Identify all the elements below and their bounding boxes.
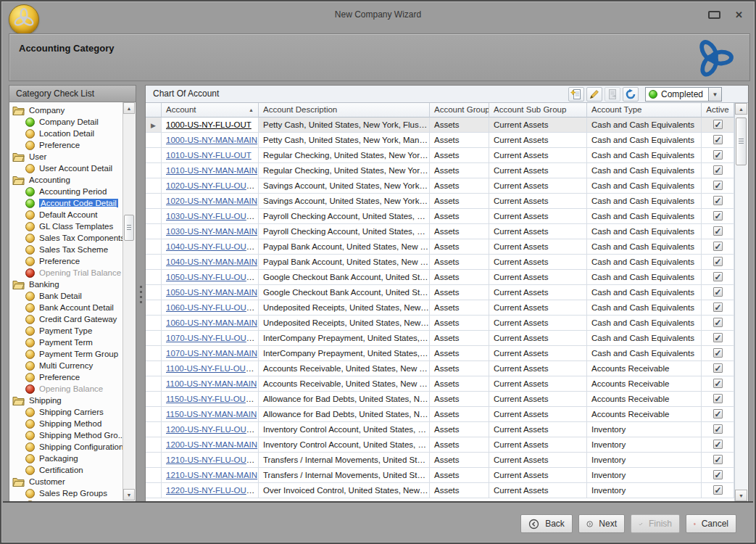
sidebar-item-user-account-detail[interactable]: User Account Detail [9,162,122,174]
active-checkbox[interactable] [713,287,723,297]
table-row[interactable]: 1050-US-NY-FLU-OUTLETGoogle Checkout Ban… [146,270,734,285]
column-header-account[interactable]: Account▲ [162,103,259,118]
sidebar-item-sales-tax-scheme[interactable]: Sales Tax Scheme [9,244,122,255]
table-row[interactable]: 1150-US-NY-FLU-OUTLETAllowance for Bad D… [146,392,734,407]
active-checkbox[interactable] [713,257,723,266]
active-checkbox[interactable] [713,318,723,327]
sidebar-item-sales-rep-groups[interactable]: Sales Rep Groups [9,487,122,499]
account-link[interactable]: 1200-US-NY-FLU-OUTLET [166,425,259,434]
active-checkbox[interactable] [713,242,723,251]
sidebar-item-preference[interactable]: Preference [9,371,122,383]
table-row[interactable]: 1000-US-NY-MAN-MAINPetty Cash, United St… [146,133,734,148]
table-row[interactable]: 1210-US-NY-MAN-MAINTransfers / Internal … [146,468,734,483]
tree-group-customer[interactable]: Customer [9,476,122,487]
sidebar-item-multi-currency[interactable]: Multi Currency [9,360,122,371]
active-checkbox[interactable] [713,165,723,175]
column-header-active[interactable]: Active [702,103,734,118]
active-checkbox[interactable] [713,302,723,312]
scrollbar-thumb[interactable] [736,118,747,165]
active-checkbox[interactable] [713,379,723,388]
account-link[interactable]: 1030-US-NY-FLU-OUTLET [166,212,259,221]
scroll-down-icon[interactable]: ▼ [123,489,135,500]
active-checkbox[interactable] [713,196,723,205]
table-row[interactable]: 1040-US-NY-MAN-MAINPaypal Bank Account, … [146,255,734,270]
sidebar-item-packaging[interactable]: Packaging [9,453,122,464]
cancel-button[interactable]: Cancel [686,514,736,533]
tree-group-user[interactable]: User [9,151,122,162]
minimize-icon[interactable] [708,11,720,19]
table-row[interactable]: 1060-US-NY-MAN-MAINUndeposited Receipts,… [146,316,734,331]
account-link[interactable]: 1020-US-NY-FLU-OUTLET [166,181,259,190]
table-row[interactable]: 1010-US-NY-FLU-OUTRegular Checking, Unit… [146,148,734,163]
sidebar-item-shipping-method[interactable]: Shipping Method [9,418,122,429]
table-row[interactable]: ▶1000-US-NY-FLU-OUTPetty Cash, United St… [146,118,734,133]
active-checkbox[interactable] [713,455,723,464]
account-link[interactable]: 1000-US-NY-FLU-OUT [166,120,252,129]
tree-group-accounting[interactable]: Accounting [9,174,122,186]
account-link[interactable]: 1010-US-NY-FLU-OUT [166,151,252,160]
account-link[interactable]: 1060-US-NY-FLU-OUTLET [166,303,259,312]
sidebar-item-company-detail[interactable]: Company Detail [9,116,122,128]
active-checkbox[interactable] [713,424,723,434]
table-row[interactable]: 1030-US-NY-MAN-MAINPayroll Checking Acco… [146,224,734,239]
active-checkbox[interactable] [713,181,723,190]
account-link[interactable]: 1020-US-NY-MAN-MAIN [166,197,257,205]
account-link[interactable]: 1050-US-NY-MAN-MAIN [166,288,257,297]
column-header-type[interactable]: Account Type [587,103,702,118]
tree-group-shipping[interactable]: Shipping [9,395,122,406]
active-checkbox[interactable] [713,409,723,419]
tree-group-company[interactable]: Company [9,104,122,116]
sidebar-item-bank-detail[interactable]: Bank Detail [9,290,122,302]
sidebar-scrollbar[interactable]: ▲ ▼ [122,102,135,500]
edit-icon[interactable] [586,87,602,102]
sidebar-item-credit-card-gateway[interactable]: Credit Card Gateway [9,313,122,325]
new-record-icon[interactable] [568,87,584,102]
sidebar-item-gl-class-templates[interactable]: GL Class Templates [9,221,122,232]
account-link[interactable]: 1010-US-NY-MAN-MAIN [166,166,257,175]
sidebar-item-payment-type[interactable]: Payment Type [9,325,122,337]
account-link[interactable]: 1100-US-NY-MAN-MAIN [166,379,257,388]
table-row[interactable]: 1020-US-NY-FLU-OUTLETSavings Account, Un… [146,178,734,194]
sidebar-item-preference[interactable]: Preference [9,139,122,151]
account-link[interactable]: 1150-US-NY-MAN-MAIN [166,410,257,419]
sidebar-item-accounting-period[interactable]: Accounting Period [9,186,122,197]
sidebar-item-preference[interactable]: Preference [9,255,122,267]
dropdown-arrow-icon[interactable]: ▼ [708,88,721,101]
panel-splitter[interactable] [138,286,144,303]
next-button[interactable]: Next [578,514,625,533]
account-link[interactable]: 1040-US-NY-FLU-OUTLET [166,242,259,251]
table-row[interactable]: 1100-US-NY-MAN-MAINAccounts Receivable, … [146,376,734,392]
account-link[interactable]: 1200-US-NY-MAN-MAIN [166,440,257,449]
active-checkbox[interactable] [713,211,723,221]
table-row[interactable]: 1100-US-NY-FLU-OUTLETAccounts Receivable… [146,361,734,376]
tree-group-banking[interactable]: Banking [9,279,122,290]
table-row[interactable]: 1070-US-NY-FLU-OUTLETInterCompany Prepay… [146,331,734,346]
active-checkbox[interactable] [713,150,723,160]
table-row[interactable]: 1040-US-NY-FLU-OUTLETPaypal Bank Account… [146,239,734,255]
scroll-up-icon[interactable]: ▲ [123,102,135,114]
column-header-description[interactable]: Account Description [259,103,430,118]
active-checkbox[interactable] [713,226,723,236]
account-link[interactable]: 1070-US-NY-FLU-OUTLET [166,334,259,342]
back-button[interactable]: Back [520,514,573,533]
active-checkbox[interactable] [713,470,723,479]
close-icon[interactable]: ✕ [735,10,743,20]
sidebar-item-certification[interactable]: Certification [9,464,122,476]
active-checkbox[interactable] [713,333,723,342]
account-link[interactable]: 1040-US-NY-MAN-MAIN [166,257,257,266]
active-checkbox[interactable] [713,348,723,358]
table-row[interactable]: 1200-US-NY-FLU-OUTLETInventory Control A… [146,422,734,437]
sidebar-item-account-code-detail[interactable]: Account Code Detail [9,197,122,209]
scroll-down-icon[interactable]: ▼ [735,490,747,501]
account-link[interactable]: 1050-US-NY-FLU-OUTLET [166,273,259,281]
account-link[interactable]: 1210-US-NY-MAN-MAIN [166,471,257,479]
sidebar-item-opening-trial-balance[interactable]: Opening Trial Balance [9,267,122,279]
sidebar-item-default-account[interactable]: Default Account [9,209,122,221]
table-row[interactable]: 1010-US-NY-MAN-MAINRegular Checking, Uni… [146,163,734,178]
table-row[interactable]: 1150-US-NY-MAN-MAINAllowance for Bad Deb… [146,407,734,422]
sidebar-item-bank-account-detail[interactable]: Bank Account Detail [9,302,122,313]
column-header-subgroup[interactable]: Account Sub Group [489,103,587,118]
table-row[interactable]: 1210-US-NY-FLU-OUTLETTransfers / Interna… [146,453,734,468]
active-checkbox[interactable] [713,440,723,449]
scrollbar-thumb[interactable] [124,215,134,241]
